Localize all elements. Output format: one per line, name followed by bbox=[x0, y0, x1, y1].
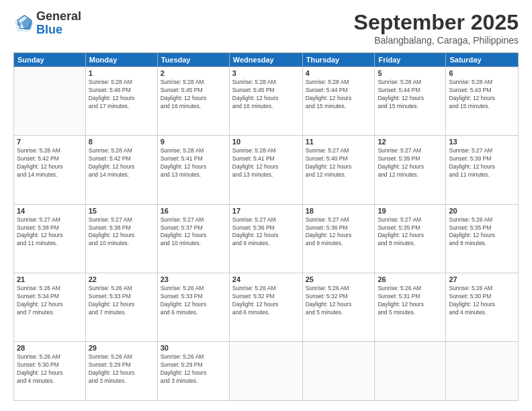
day-number: 14 bbox=[17, 207, 83, 215]
day-cell bbox=[446, 342, 519, 401]
day-number: 20 bbox=[449, 207, 515, 215]
day-cell: 4Sunrise: 5:28 AM Sunset: 5:44 PM Daylig… bbox=[302, 67, 375, 136]
day-info: Sunrise: 5:26 AM Sunset: 5:33 PM Dayligh… bbox=[161, 285, 226, 317]
location: Balangbalang, Caraga, Philippines bbox=[354, 35, 519, 46]
day-cell: 13Sunrise: 5:27 AM Sunset: 5:39 PM Dayli… bbox=[446, 136, 519, 204]
day-info: Sunrise: 5:27 AM Sunset: 5:39 PM Dayligh… bbox=[378, 147, 443, 179]
day-number: 29 bbox=[89, 344, 154, 352]
day-number: 6 bbox=[449, 69, 515, 77]
day-cell: 28Sunrise: 5:26 AM Sunset: 5:30 PM Dayli… bbox=[14, 342, 86, 401]
day-info: Sunrise: 5:26 AM Sunset: 5:30 PM Dayligh… bbox=[17, 353, 83, 385]
day-cell: 19Sunrise: 5:27 AM Sunset: 5:35 PM Dayli… bbox=[375, 204, 446, 273]
day-number: 23 bbox=[161, 275, 226, 283]
day-cell: 17Sunrise: 5:27 AM Sunset: 5:36 PM Dayli… bbox=[229, 204, 302, 273]
day-number: 5 bbox=[378, 69, 443, 77]
weekday-wednesday: Wednesday bbox=[229, 53, 302, 67]
day-cell: 24Sunrise: 5:26 AM Sunset: 5:32 PM Dayli… bbox=[229, 273, 302, 341]
day-cell: 26Sunrise: 5:26 AM Sunset: 5:31 PM Dayli… bbox=[375, 273, 446, 341]
day-info: Sunrise: 5:27 AM Sunset: 5:40 PM Dayligh… bbox=[306, 147, 372, 179]
day-number: 8 bbox=[89, 138, 154, 146]
day-cell bbox=[229, 342, 302, 401]
day-info: Sunrise: 5:26 AM Sunset: 5:29 PM Dayligh… bbox=[161, 353, 226, 385]
day-info: Sunrise: 5:28 AM Sunset: 5:45 PM Dayligh… bbox=[232, 79, 300, 111]
day-cell: 20Sunrise: 5:26 AM Sunset: 5:35 PM Dayli… bbox=[446, 204, 519, 273]
month-title: September 2025 bbox=[354, 10, 519, 35]
day-number: 2 bbox=[161, 69, 226, 77]
day-number: 4 bbox=[306, 69, 372, 77]
weekday-monday: Monday bbox=[85, 53, 157, 67]
calendar: SundayMondayTuesdayWednesdayThursdayFrid… bbox=[13, 52, 519, 401]
day-cell: 5Sunrise: 5:28 AM Sunset: 5:44 PM Daylig… bbox=[375, 67, 446, 136]
logo-icon: G bbox=[13, 13, 34, 34]
logo-blue: Blue bbox=[36, 23, 62, 36]
day-number: 27 bbox=[449, 275, 515, 283]
day-info: Sunrise: 5:28 AM Sunset: 5:45 PM Dayligh… bbox=[161, 79, 226, 111]
day-info: Sunrise: 5:28 AM Sunset: 5:42 PM Dayligh… bbox=[89, 147, 154, 179]
day-info: Sunrise: 5:28 AM Sunset: 5:43 PM Dayligh… bbox=[449, 79, 515, 111]
day-number: 17 bbox=[232, 207, 300, 215]
day-cell: 1Sunrise: 5:28 AM Sunset: 5:46 PM Daylig… bbox=[85, 67, 157, 136]
day-cell bbox=[14, 67, 86, 136]
weekday-friday: Friday bbox=[375, 53, 446, 67]
day-info: Sunrise: 5:28 AM Sunset: 5:41 PM Dayligh… bbox=[232, 147, 300, 179]
day-info: Sunrise: 5:26 AM Sunset: 5:34 PM Dayligh… bbox=[17, 285, 83, 317]
page: G General Blue September 2025 Balangbala… bbox=[0, 0, 532, 411]
day-cell: 9Sunrise: 5:28 AM Sunset: 5:41 PM Daylig… bbox=[157, 136, 229, 204]
day-info: Sunrise: 5:27 AM Sunset: 5:36 PM Dayligh… bbox=[232, 216, 300, 248]
logo-general: General bbox=[36, 9, 81, 23]
day-info: Sunrise: 5:28 AM Sunset: 5:44 PM Dayligh… bbox=[378, 79, 443, 111]
day-info: Sunrise: 5:27 AM Sunset: 5:37 PM Dayligh… bbox=[161, 216, 226, 248]
day-number: 7 bbox=[17, 138, 83, 146]
week-row-2: 7Sunrise: 5:28 AM Sunset: 5:42 PM Daylig… bbox=[14, 136, 519, 204]
day-number: 24 bbox=[232, 275, 300, 283]
weekday-tuesday: Tuesday bbox=[157, 53, 229, 67]
day-number: 13 bbox=[449, 138, 515, 146]
day-cell: 22Sunrise: 5:26 AM Sunset: 5:33 PM Dayli… bbox=[85, 273, 157, 341]
day-info: Sunrise: 5:26 AM Sunset: 5:35 PM Dayligh… bbox=[449, 216, 515, 248]
day-info: Sunrise: 5:27 AM Sunset: 5:36 PM Dayligh… bbox=[306, 216, 372, 248]
day-number: 12 bbox=[378, 138, 443, 146]
day-number: 22 bbox=[89, 275, 154, 283]
day-cell: 14Sunrise: 5:27 AM Sunset: 5:38 PM Dayli… bbox=[14, 204, 86, 273]
day-cell: 29Sunrise: 5:26 AM Sunset: 5:29 PM Dayli… bbox=[85, 342, 157, 401]
day-cell: 16Sunrise: 5:27 AM Sunset: 5:37 PM Dayli… bbox=[157, 204, 229, 273]
day-cell: 18Sunrise: 5:27 AM Sunset: 5:36 PM Dayli… bbox=[302, 204, 375, 273]
week-row-4: 21Sunrise: 5:26 AM Sunset: 5:34 PM Dayli… bbox=[14, 273, 519, 341]
day-cell: 2Sunrise: 5:28 AM Sunset: 5:45 PM Daylig… bbox=[157, 67, 229, 136]
weekday-saturday: Saturday bbox=[446, 53, 519, 67]
day-number: 11 bbox=[306, 138, 372, 146]
day-cell: 12Sunrise: 5:27 AM Sunset: 5:39 PM Dayli… bbox=[375, 136, 446, 204]
week-row-5: 28Sunrise: 5:26 AM Sunset: 5:30 PM Dayli… bbox=[14, 342, 519, 401]
day-cell: 8Sunrise: 5:28 AM Sunset: 5:42 PM Daylig… bbox=[85, 136, 157, 204]
day-info: Sunrise: 5:26 AM Sunset: 5:32 PM Dayligh… bbox=[232, 285, 300, 317]
day-info: Sunrise: 5:28 AM Sunset: 5:41 PM Dayligh… bbox=[161, 147, 226, 179]
day-info: Sunrise: 5:28 AM Sunset: 5:42 PM Dayligh… bbox=[17, 147, 83, 179]
day-info: Sunrise: 5:26 AM Sunset: 5:29 PM Dayligh… bbox=[89, 353, 154, 385]
day-cell: 6Sunrise: 5:28 AM Sunset: 5:43 PM Daylig… bbox=[446, 67, 519, 136]
logo: G General Blue bbox=[13, 10, 81, 37]
day-number: 25 bbox=[306, 275, 372, 283]
day-info: Sunrise: 5:27 AM Sunset: 5:35 PM Dayligh… bbox=[378, 216, 443, 248]
weekday-sunday: Sunday bbox=[14, 53, 86, 67]
title-block: September 2025 Balangbalang, Caraga, Phi… bbox=[354, 10, 519, 46]
day-cell bbox=[302, 342, 375, 401]
day-info: Sunrise: 5:26 AM Sunset: 5:32 PM Dayligh… bbox=[306, 285, 372, 317]
day-number: 10 bbox=[232, 138, 300, 146]
day-number: 19 bbox=[378, 207, 443, 215]
day-number: 3 bbox=[232, 69, 300, 77]
week-row-1: 1Sunrise: 5:28 AM Sunset: 5:46 PM Daylig… bbox=[14, 67, 519, 136]
day-info: Sunrise: 5:26 AM Sunset: 5:30 PM Dayligh… bbox=[449, 285, 515, 317]
week-row-3: 14Sunrise: 5:27 AM Sunset: 5:38 PM Dayli… bbox=[14, 204, 519, 273]
day-info: Sunrise: 5:27 AM Sunset: 5:38 PM Dayligh… bbox=[17, 216, 83, 248]
day-cell: 23Sunrise: 5:26 AM Sunset: 5:33 PM Dayli… bbox=[157, 273, 229, 341]
day-number: 15 bbox=[89, 207, 154, 215]
day-cell: 7Sunrise: 5:28 AM Sunset: 5:42 PM Daylig… bbox=[14, 136, 86, 204]
day-cell: 25Sunrise: 5:26 AM Sunset: 5:32 PM Dayli… bbox=[302, 273, 375, 341]
svg-text:G: G bbox=[17, 21, 21, 27]
day-info: Sunrise: 5:26 AM Sunset: 5:31 PM Dayligh… bbox=[378, 285, 443, 317]
day-number: 21 bbox=[17, 275, 83, 283]
day-cell: 30Sunrise: 5:26 AM Sunset: 5:29 PM Dayli… bbox=[157, 342, 229, 401]
day-number: 26 bbox=[378, 275, 443, 283]
day-info: Sunrise: 5:26 AM Sunset: 5:33 PM Dayligh… bbox=[89, 285, 154, 317]
day-cell: 15Sunrise: 5:27 AM Sunset: 5:38 PM Dayli… bbox=[85, 204, 157, 273]
